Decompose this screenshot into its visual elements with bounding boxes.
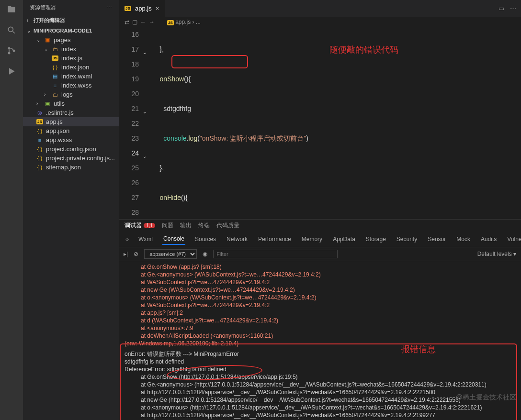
svg-point-0 bbox=[8, 27, 13, 32]
panel-tabs: 调试器 1,1 问题 输出 终端 代码质量 bbox=[119, 220, 521, 232]
tab-console[interactable]: Console bbox=[162, 233, 185, 245]
file-index-wxml[interactable]: ▤index.wxml bbox=[23, 72, 119, 81]
compare-icon[interactable]: ⇄ bbox=[125, 19, 129, 25]
folder-logs[interactable]: ›🗀logs bbox=[23, 90, 119, 99]
scm-icon[interactable] bbox=[7, 46, 16, 57]
tab-security[interactable]: Security bbox=[396, 234, 418, 244]
file-index-json[interactable]: { }index.json bbox=[23, 63, 119, 72]
tab-memory[interactable]: Memory bbox=[301, 234, 323, 244]
tab-output[interactable]: 输出 bbox=[180, 221, 192, 230]
fold-icon[interactable]: ⌄ bbox=[143, 104, 147, 119]
sidebar: 资源管理器⋯ ›打开的编辑器 ⌄MINIPROGRAM-CODE1 ⌄▣page… bbox=[23, 0, 119, 420]
bookmark-icon[interactable]: ▢ bbox=[132, 19, 137, 25]
file-index-js[interactable]: JSindex.js bbox=[23, 54, 119, 63]
tab-terminal[interactable]: 终端 bbox=[198, 221, 210, 230]
tab-storage[interactable]: Storage bbox=[365, 234, 387, 244]
toggle-icon[interactable]: ▭ bbox=[498, 5, 504, 12]
tab-debugger[interactable]: 调试器 1,1 bbox=[125, 221, 155, 230]
more-icon[interactable]: ⋯ bbox=[510, 5, 516, 12]
sidebar-toggle-icon[interactable]: ▸| bbox=[124, 251, 128, 257]
levels-dropdown[interactable]: Default levels ▾ bbox=[477, 251, 516, 257]
sidebar-title: 资源管理器⋯ bbox=[23, 0, 119, 15]
tab-wxml[interactable]: Wxml bbox=[137, 234, 154, 244]
fold-icon[interactable]: ⌄ bbox=[143, 149, 147, 164]
project-section[interactable]: ⌄MINIPROGRAM-CODE1 bbox=[23, 26, 119, 35]
back-icon[interactable]: ← bbox=[140, 19, 146, 25]
main-area: JS app.js × ▭ ⋯ ⇄ ▢ ← → JS app.js › ... … bbox=[119, 0, 521, 420]
tab-sources[interactable]: Sources bbox=[194, 234, 217, 244]
editor[interactable]: 16 17⌄ 18 19 20 21⌄ 22 23 24⌄ 25 26 27 2… bbox=[119, 27, 521, 219]
code-area[interactable]: }, onShow(){ sdtgdfhfg console.log("onSh… bbox=[147, 27, 521, 219]
folder-pages[interactable]: ⌄▣pages bbox=[23, 35, 119, 44]
folder-index[interactable]: ⌄🗀index bbox=[23, 44, 119, 54]
tab-network[interactable]: Network bbox=[226, 234, 249, 244]
file-app-json[interactable]: { }app.json bbox=[23, 126, 119, 135]
annotation-text: 随便敲的错误代码 bbox=[329, 43, 398, 57]
console-output[interactable]: at Ge.onShow (app.js? [sm]:18) at Ge.<an… bbox=[119, 261, 521, 420]
forward-icon[interactable]: → bbox=[149, 19, 155, 25]
activity-bar bbox=[0, 0, 23, 420]
gutter: 16 17⌄ 18 19 20 21⌄ 22 23 24⌄ 25 26 27 2… bbox=[119, 27, 147, 219]
tab-label: app.js bbox=[135, 5, 152, 12]
breadcrumb[interactable]: ⇄ ▢ ← → JS app.js › ... bbox=[119, 17, 521, 27]
annotation-box bbox=[171, 55, 248, 68]
open-editors-section[interactable]: ›打开的编辑器 bbox=[23, 15, 119, 26]
file-app-js[interactable]: JSapp.js bbox=[23, 117, 119, 126]
eye-icon[interactable]: ◉ bbox=[203, 251, 207, 257]
file-proj-priv[interactable]: { }project.private.config.js... bbox=[23, 154, 119, 163]
js-icon: JS bbox=[125, 6, 131, 11]
console-toolbar: ▸| ⊘ appservice (#7) ◉ Default levels ▾ bbox=[119, 247, 521, 261]
filter-input[interactable] bbox=[213, 250, 338, 258]
file-tree: ⌄▣pages ⌄🗀index JSindex.js { }index.json… bbox=[23, 35, 119, 172]
file-index-wxss[interactable]: ≡index.wxss bbox=[23, 81, 119, 90]
annotation-text: 报错信息 bbox=[401, 345, 436, 353]
tab-app-js[interactable]: JS app.js × bbox=[119, 0, 165, 17]
tab-bar: JS app.js × ▭ ⋯ bbox=[119, 0, 521, 17]
inspect-icon[interactable]: ⟐ bbox=[125, 236, 129, 243]
more-icon[interactable]: ⋯ bbox=[107, 4, 112, 11]
file-eslintrc[interactable]: ◎.eslintrc.js bbox=[23, 108, 119, 117]
clear-icon[interactable]: ⊘ bbox=[134, 251, 138, 257]
search-icon[interactable] bbox=[7, 25, 16, 36]
tab-audits[interactable]: Audits bbox=[480, 234, 498, 244]
error-badge: 1,1 bbox=[144, 223, 155, 228]
svg-point-1 bbox=[8, 47, 11, 50]
file-proj-conf[interactable]: { }project.config.json bbox=[23, 144, 119, 154]
tab-sensor[interactable]: Sensor bbox=[427, 234, 447, 244]
files-icon[interactable] bbox=[7, 5, 16, 16]
debug-icon[interactable] bbox=[7, 66, 16, 77]
tab-problems[interactable]: 问题 bbox=[162, 221, 173, 230]
watermark: @稀土掘金技术社区 bbox=[456, 393, 516, 401]
context-select[interactable]: appservice (#7) bbox=[144, 249, 197, 259]
svg-point-2 bbox=[8, 52, 11, 55]
file-sitemap[interactable]: { }sitemap.json bbox=[23, 163, 119, 172]
fold-icon[interactable]: ⌄ bbox=[143, 45, 147, 60]
devtools-tabs: ⟐ Wxml Console Sources Network Performan… bbox=[119, 232, 521, 247]
file-app-wxss[interactable]: ≡app.wxss bbox=[23, 135, 119, 144]
tab-appdata[interactable]: AppData bbox=[332, 234, 356, 244]
tab-vulner[interactable]: Vulnera bbox=[506, 234, 521, 244]
tab-mock[interactable]: Mock bbox=[455, 234, 471, 244]
folder-utils[interactable]: ›▣utils bbox=[23, 99, 119, 108]
close-icon[interactable]: × bbox=[156, 5, 159, 12]
js-icon: JS bbox=[167, 20, 174, 25]
bottom-panel: 调试器 1,1 问题 输出 终端 代码质量 ⟐ Wxml Console Sou… bbox=[119, 219, 521, 420]
tab-performance[interactable]: Performance bbox=[257, 234, 292, 244]
tab-quality[interactable]: 代码质量 bbox=[216, 221, 239, 230]
